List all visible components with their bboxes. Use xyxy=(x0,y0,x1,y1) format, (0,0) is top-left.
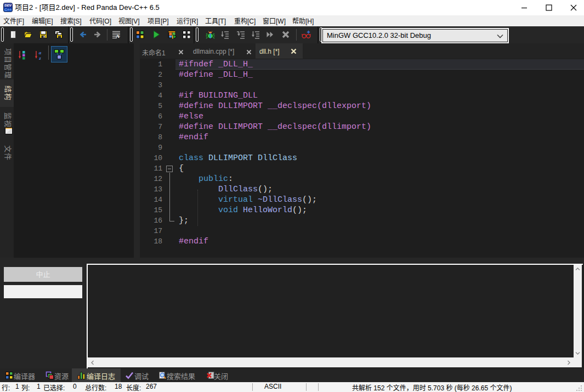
svg-text:C++: C++ xyxy=(4,8,12,12)
svg-text:DEV: DEV xyxy=(4,4,12,7)
svg-text:z: z xyxy=(38,55,41,60)
svg-text:A: A xyxy=(116,33,120,39)
